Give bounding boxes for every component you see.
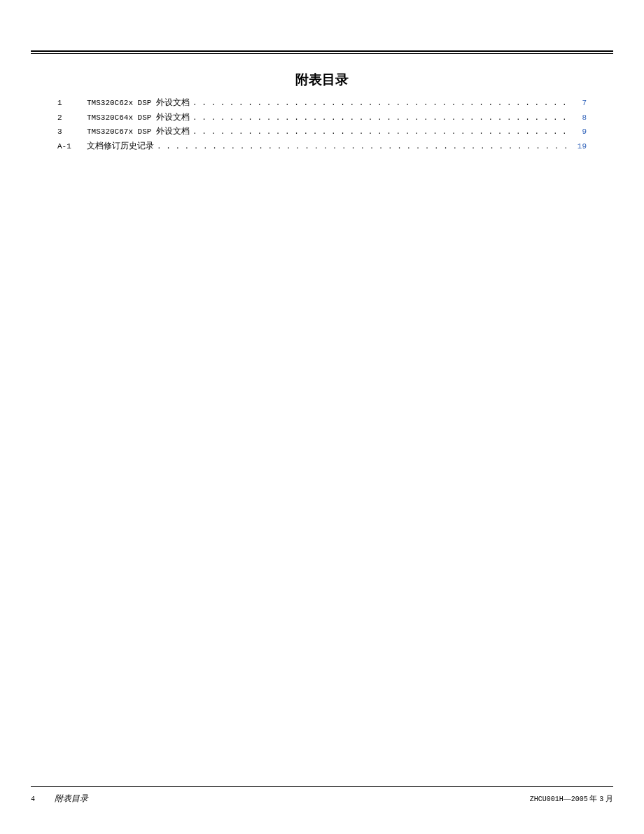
toc-entry-label: TMS320C67x DSP 外设文档 — [87, 125, 190, 139]
footer-content: 4 附表目录 ZHCU001H—2005 年 3 月 — [31, 793, 613, 805]
toc-leader-dots — [192, 97, 571, 110]
footer-rule — [31, 786, 613, 787]
footer-page-number: 4 — [31, 795, 35, 803]
toc-page-link[interactable]: 8 — [574, 112, 587, 125]
toc-entry: 1 TMS320C62x DSP 外设文档 7 — [57, 96, 587, 110]
toc-entry-label: TMS320C64x DSP 外设文档 — [87, 111, 190, 125]
footer-year: 2005 — [571, 795, 588, 803]
footer-sep: — — [564, 794, 571, 802]
toc-entry-number: A-1 — [57, 141, 87, 153]
toc-page-link[interactable]: 7 — [574, 97, 587, 110]
toc-entry: 2 TMS320C64x DSP 外设文档 8 — [57, 111, 587, 125]
toc-leader-dots — [157, 141, 571, 153]
toc-entry-number: 2 — [57, 112, 87, 125]
toc-leader-dots — [192, 126, 571, 139]
footer-left: 4 附表目录 — [31, 793, 88, 805]
toc-entry-label: TMS320C62x DSP 外设文档 — [87, 96, 190, 110]
toc-entry-label: 文档修订历史记录 — [87, 139, 154, 153]
toc-leader-dots — [192, 112, 571, 125]
footer-month-suffix: 月 — [603, 794, 613, 802]
header-rule-thick — [31, 50, 613, 52]
page-title: 附表目录 — [31, 71, 613, 89]
footer-right: ZHCU001H—2005 年 3 月 — [530, 793, 613, 804]
toc-page-link[interactable]: 19 — [574, 141, 587, 153]
toc-entry-number: 1 — [57, 97, 87, 110]
page-footer: 4 附表目录 ZHCU001H—2005 年 3 月 — [31, 786, 613, 805]
toc-entry: 3 TMS320C67x DSP 外设文档 9 — [57, 125, 587, 139]
table-of-contents: 1 TMS320C62x DSP 外设文档 7 2 TMS320C64x DSP… — [31, 96, 613, 153]
header-rule-thin — [31, 53, 613, 54]
toc-entry-number: 3 — [57, 126, 87, 139]
toc-entry: A-1 文档修订历史记录 19 — [57, 139, 587, 153]
footer-section-title: 附表目录 — [55, 793, 88, 805]
document-page: 附表目录 1 TMS320C62x DSP 外设文档 7 2 TMS320C64… — [0, 0, 644, 834]
toc-page-link[interactable]: 9 — [574, 126, 587, 139]
footer-year-suffix: 年 — [588, 794, 600, 802]
footer-docid: ZHCU001H — [530, 795, 564, 803]
